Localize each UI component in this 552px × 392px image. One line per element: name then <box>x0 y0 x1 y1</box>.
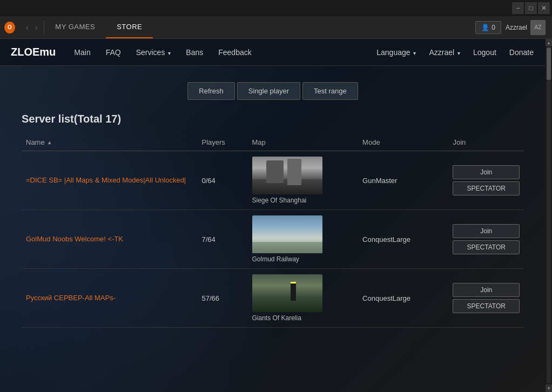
th-name-label: Name <box>26 138 45 146</box>
tab-my-games[interactable]: MY GAMES <box>44 16 106 38</box>
close-button[interactable]: ✕ <box>538 2 550 14</box>
table-row: =DICE SB= |All Maps & Mixed Modes|All Un… <box>22 151 524 210</box>
test-range-button[interactable]: Test range <box>302 82 358 100</box>
action-buttons: Refresh Single player Test range <box>22 82 524 100</box>
spectator-button[interactable]: SPECTATOR <box>453 299 520 313</box>
avatar: AZ <box>530 20 546 35</box>
server-map-cell: Golmud Railway <box>248 210 359 269</box>
map-thumbnail <box>252 274 322 312</box>
menu-item-services[interactable]: Services ▾ <box>135 46 172 59</box>
server-table: Name ▲ Players Map Mode Join =DICE SB= |… <box>22 134 524 328</box>
scrollbar: ▲ ▼ <box>546 39 552 392</box>
services-label: Services <box>136 48 165 57</box>
join-button[interactable]: Join <box>453 283 520 297</box>
brand-label: ZLOEmu <box>11 46 56 58</box>
main-container: ZLOEmu Main FAQ Services ▾ Bans Feedback… <box>0 39 552 392</box>
server-name-cell: Русский СЕРВЕР-All MAPs- <box>22 269 198 328</box>
refresh-button[interactable]: Refresh <box>187 82 235 100</box>
menu-item-faq[interactable]: FAQ <box>105 46 122 59</box>
mode-label: ConquestLarge <box>362 294 410 302</box>
azzrael-label: Azzrael <box>429 48 454 57</box>
maximize-button[interactable]: □ <box>525 2 537 14</box>
mode-label: ConquestLarge <box>362 235 410 244</box>
server-mode-cell: ConquestLarge <box>358 269 448 328</box>
menu-item-azzrael[interactable]: Azzrael ▾ <box>428 46 461 59</box>
title-bar: − □ ✕ <box>0 0 552 16</box>
join-cell-wrapper: Join SPECTATOR <box>453 224 520 254</box>
cart-icon: 👤 <box>481 24 489 31</box>
menu-item-main[interactable]: Main <box>73 46 91 59</box>
players-count-label: 0/64 <box>202 177 216 185</box>
nav-user-info: Azzrael AZ <box>506 20 546 35</box>
menu-item-donate[interactable]: Donate <box>508 46 535 59</box>
server-players-cell: 7/64 <box>198 210 248 269</box>
th-map: Map <box>248 134 359 151</box>
nav-arrows: ‹ › <box>19 16 44 38</box>
menu-item-feedback[interactable]: Feedback <box>217 46 252 59</box>
scrollbar-track[interactable] <box>547 48 551 383</box>
top-menu-right: Language ▾ Azzrael ▾ Logout Donate <box>375 46 535 59</box>
table-row: GolMud Noobs Welcome! <-TK 7/64 Golmud R… <box>22 210 524 269</box>
server-name-link[interactable]: GolMud Noobs Welcome! <-TK <box>26 235 123 243</box>
minimize-button[interactable]: − <box>512 2 524 14</box>
players-count-label: 57/66 <box>202 294 220 302</box>
menu-item-bans[interactable]: Bans <box>185 46 204 59</box>
map-cell-wrapper: Golmud Railway <box>252 215 354 263</box>
server-name-link[interactable]: Русский СЕРВЕР-All MAPs- <box>26 294 116 302</box>
menu-item-language[interactable]: Language ▾ <box>375 46 417 59</box>
th-mode: Mode <box>358 134 448 151</box>
server-name-cell: GolMud Noobs Welcome! <-TK <box>22 210 198 269</box>
server-name-cell: =DICE SB= |All Maps & Mixed Modes|All Un… <box>22 151 198 210</box>
map-thumbnail <box>252 215 322 253</box>
username-label: Azzrael <box>506 24 527 31</box>
services-dropdown-icon: ▾ <box>168 50 171 56</box>
players-count-label: 7/64 <box>202 235 216 244</box>
map-name-label: Giants Of Karelia <box>252 314 301 322</box>
nav-bar: O ‹ › MY GAMES STORE 👤 0 Azzrael AZ <box>0 16 552 39</box>
server-mode-cell: GunMaster <box>358 151 448 210</box>
nav-tabs: MY GAMES STORE <box>44 16 469 38</box>
table-row: Русский СЕРВЕР-All MAPs- 57/66 Giants Of… <box>22 269 524 328</box>
menu-item-logout[interactable]: Logout <box>472 46 497 59</box>
server-players-cell: 0/64 <box>198 151 248 210</box>
language-dropdown-icon: ▾ <box>413 50 416 56</box>
map-thumbnail <box>252 157 322 194</box>
th-name[interactable]: Name ▲ <box>22 134 198 151</box>
server-join-cell: Join SPECTATOR <box>448 210 524 269</box>
cart-button[interactable]: 👤 0 <box>475 21 501 34</box>
single-player-button[interactable]: Single player <box>237 82 300 100</box>
spectator-button[interactable]: SPECTATOR <box>453 181 520 195</box>
scroll-down-arrow[interactable]: ▼ <box>546 384 552 392</box>
language-label: Language <box>376 48 410 57</box>
cart-count: 0 <box>492 24 495 31</box>
join-cell-wrapper: Join SPECTATOR <box>453 165 520 195</box>
back-button[interactable]: ‹ <box>24 21 31 34</box>
server-players-cell: 57/66 <box>198 269 248 328</box>
scroll-up-arrow[interactable]: ▲ <box>546 39 552 46</box>
join-button[interactable]: Join <box>453 165 520 179</box>
map-cell-wrapper: Giants Of Karelia <box>252 274 354 322</box>
scrollbar-thumb[interactable] <box>547 48 551 80</box>
content-area: ZLOEmu Main FAQ Services ▾ Bans Feedback… <box>0 39 546 392</box>
origin-icon: O <box>4 22 15 33</box>
map-cell-wrapper: Siege Of Shanghai <box>252 157 354 204</box>
server-mode-cell: ConquestLarge <box>358 210 448 269</box>
server-map-cell: Siege Of Shanghai <box>248 151 359 210</box>
nav-user-area: 👤 0 Azzrael AZ <box>469 16 552 38</box>
server-list-container: Refresh Single player Test range Server … <box>0 66 546 339</box>
th-join: Join <box>448 134 524 151</box>
join-button[interactable]: Join <box>453 224 520 238</box>
tab-store[interactable]: STORE <box>106 16 153 38</box>
map-name-label: Golmud Railway <box>252 255 299 263</box>
sort-arrow-icon: ▲ <box>47 139 52 145</box>
app-logo: O <box>0 16 19 38</box>
server-join-cell: Join SPECTATOR <box>448 151 524 210</box>
server-list-title: Server list(Total 17) <box>22 113 524 125</box>
spectator-button[interactable]: SPECTATOR <box>453 240 520 254</box>
forward-button[interactable]: › <box>33 21 40 34</box>
table-header-row: Name ▲ Players Map Mode Join <box>22 134 524 151</box>
azzrael-dropdown-icon: ▾ <box>457 50 460 56</box>
top-menu: ZLOEmu Main FAQ Services ▾ Bans Feedback… <box>0 39 546 66</box>
server-name-link[interactable]: =DICE SB= |All Maps & Mixed Modes|All Un… <box>26 176 186 184</box>
th-players: Players <box>198 134 248 151</box>
